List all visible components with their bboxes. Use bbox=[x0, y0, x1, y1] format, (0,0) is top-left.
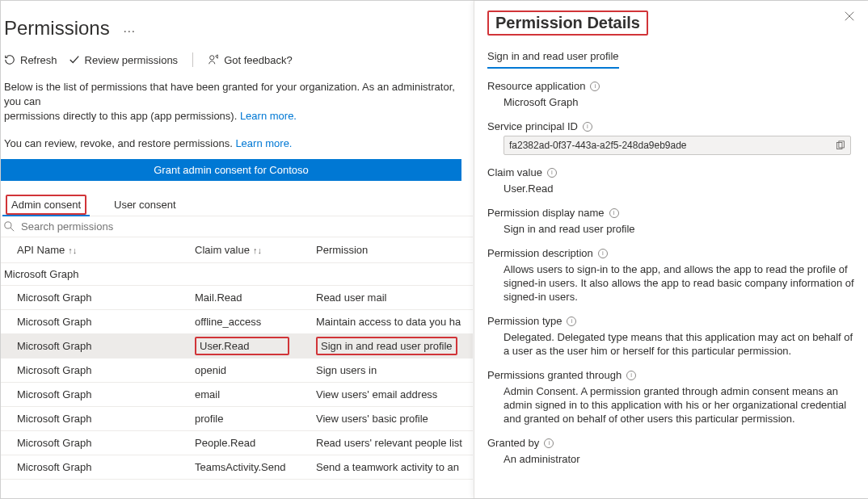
description-label: Permission description bbox=[487, 247, 593, 259]
review-permissions-button[interactable]: Review permissions bbox=[69, 54, 179, 66]
cell-claim-value: profile bbox=[195, 406, 316, 431]
feedback-icon bbox=[208, 54, 219, 65]
resource-app-label: Resource application bbox=[487, 80, 585, 92]
cell-api-name: Microsoft Graph bbox=[1, 285, 195, 310]
display-name-value: Sign in and read user profile bbox=[487, 219, 855, 236]
info-icon[interactable]: i bbox=[583, 122, 592, 132]
cell-permission: Read users' relevant people list bbox=[316, 430, 473, 455]
cell-claim-value: email bbox=[195, 382, 316, 407]
refresh-button[interactable]: Refresh bbox=[4, 54, 57, 66]
panel-title: Permission Details bbox=[487, 10, 648, 36]
feedback-label: Got feedback? bbox=[224, 54, 293, 66]
svg-point-0 bbox=[210, 56, 214, 60]
table-row[interactable]: Microsoft GraphopenidSign users in bbox=[1, 359, 473, 383]
type-label: Permission type bbox=[487, 315, 562, 327]
cell-claim-value: People.Read bbox=[195, 430, 316, 455]
feedback-button[interactable]: Got feedback? bbox=[208, 54, 293, 66]
resource-app-value: Microsoft Graph bbox=[487, 92, 855, 109]
sort-icon: ↑↓ bbox=[253, 245, 262, 255]
cell-claim-value: TeamsActivity.Send bbox=[195, 455, 316, 480]
refresh-icon bbox=[4, 54, 15, 65]
display-name-label: Permission display name bbox=[487, 207, 605, 219]
cell-api-name: Microsoft Graph bbox=[1, 333, 195, 359]
spid-label: Service principal ID bbox=[487, 120, 578, 132]
cell-api-name: Microsoft Graph bbox=[1, 382, 195, 407]
learn-more-link-2[interactable]: Learn more. bbox=[235, 137, 292, 149]
cell-claim-value: openid bbox=[195, 358, 316, 383]
cell-claim-value: Mail.Read bbox=[195, 285, 316, 310]
highlight-admin-consent: Admin consent bbox=[6, 195, 86, 215]
page-title: Permissions bbox=[4, 17, 110, 40]
main-pane: Permissions … Refresh Review permissions bbox=[1, 1, 473, 498]
spid-field[interactable]: fa2382ad-0f37-443a-a2f5-248da9eb9ade bbox=[504, 136, 851, 155]
info-icon[interactable]: i bbox=[626, 371, 636, 380]
cell-permission: View users' email address bbox=[316, 382, 473, 407]
cell-api-name: Microsoft Graph bbox=[1, 430, 195, 455]
cell-claim-value: User.Read bbox=[195, 333, 316, 359]
claim-label: Claim value bbox=[487, 166, 542, 178]
info-icon[interactable]: i bbox=[547, 168, 557, 178]
description-value: Allows users to sign-in to the app, and … bbox=[487, 259, 855, 304]
cell-claim-value: offline_access bbox=[195, 309, 316, 334]
table-header: API Name↑↓ Claim value↑↓ Permission bbox=[1, 237, 473, 263]
sort-icon: ↑↓ bbox=[68, 245, 77, 255]
tab-user-consent[interactable]: User consent bbox=[111, 195, 179, 216]
cell-permission: Maintain access to data you ha bbox=[316, 309, 473, 334]
table-row[interactable]: Microsoft GraphMail.ReadRead user mail bbox=[1, 286, 473, 310]
intro-line1b: permissions directly to this app (app pe… bbox=[4, 110, 240, 122]
table-row[interactable]: Microsoft GraphemailView users' email ad… bbox=[1, 383, 473, 407]
cell-permission: View users' basic profile bbox=[316, 406, 473, 431]
cell-permission: Send a teamwork activity to an bbox=[316, 455, 473, 480]
close-button[interactable] bbox=[844, 10, 855, 22]
cell-api-name: Microsoft Graph bbox=[1, 406, 195, 431]
granted-by-value: An administrator bbox=[487, 449, 855, 466]
info-icon[interactable]: i bbox=[609, 208, 619, 218]
table-row[interactable]: Microsoft GraphUser.ReadSign in and read… bbox=[1, 334, 473, 359]
intro-line2: You can review, revoke, and restore perm… bbox=[4, 137, 235, 149]
table-row[interactable]: Microsoft GraphPeople.ReadRead users' re… bbox=[1, 431, 473, 455]
cell-api-name: Microsoft Graph bbox=[1, 309, 195, 334]
panel-tab[interactable]: Sign in and read user profile bbox=[487, 50, 619, 69]
table-row[interactable]: Microsoft GraphprofileView users' basic … bbox=[1, 407, 473, 431]
copy-icon[interactable] bbox=[835, 140, 845, 151]
info-icon[interactable]: i bbox=[544, 438, 554, 448]
granted-through-value: Admin Consent. A permission granted thro… bbox=[487, 381, 855, 426]
toolbar-separator bbox=[192, 52, 193, 67]
table-row[interactable]: Microsoft Graphoffline_accessMaintain ac… bbox=[1, 310, 473, 334]
consent-tabs: Admin consent User consent bbox=[1, 195, 473, 216]
info-icon[interactable]: i bbox=[567, 317, 576, 326]
intro-text-1: Below is the list of permissions that ha… bbox=[1, 75, 473, 124]
intro-line1a: Below is the list of permissions that ha… bbox=[4, 81, 455, 107]
table-group-header: Microsoft Graph bbox=[1, 263, 473, 286]
claim-value: User.Read bbox=[487, 178, 855, 195]
type-value: Delegated. Delegated type means that thi… bbox=[487, 327, 855, 358]
table-row[interactable]: Microsoft GraphTeamsActivity.SendSend a … bbox=[1, 455, 473, 480]
spid-value: fa2382ad-0f37-443a-a2f5-248da9eb9ade bbox=[509, 140, 687, 151]
learn-more-link-1[interactable]: Learn more. bbox=[240, 110, 297, 122]
search-input[interactable] bbox=[19, 220, 473, 233]
svg-point-1 bbox=[5, 222, 11, 229]
cell-api-name: Microsoft Graph bbox=[1, 455, 195, 480]
review-label: Review permissions bbox=[85, 54, 179, 66]
col-permission[interactable]: Permission bbox=[316, 237, 473, 262]
check-icon bbox=[69, 54, 80, 65]
command-bar: Refresh Review permissions Got feedback? bbox=[1, 46, 473, 75]
granted-by-label: Granted by bbox=[487, 437, 539, 449]
col-api-name[interactable]: API Name↑↓ bbox=[1, 237, 195, 262]
refresh-label: Refresh bbox=[20, 54, 57, 66]
info-icon[interactable]: i bbox=[590, 82, 600, 91]
tab-admin-consent[interactable]: Admin consent bbox=[2, 195, 90, 216]
intro-text-2: You can review, revoke, and restore perm… bbox=[1, 132, 473, 151]
col-claim-value[interactable]: Claim value↑↓ bbox=[195, 237, 316, 262]
cell-permission: Read user mail bbox=[316, 285, 473, 310]
cell-permission: Sign in and read user profile bbox=[316, 333, 473, 359]
cell-api-name: Microsoft Graph bbox=[1, 358, 195, 383]
more-actions-icon[interactable]: … bbox=[123, 21, 137, 36]
granted-through-label: Permissions granted through bbox=[487, 369, 622, 381]
svg-line-2 bbox=[11, 228, 14, 231]
cell-permission: Sign users in bbox=[316, 358, 473, 383]
grant-admin-consent-button[interactable]: Grant admin consent for Contoso bbox=[1, 159, 461, 181]
search-icon bbox=[4, 221, 15, 232]
permission-details-panel: Permission Details Sign in and read user… bbox=[474, 1, 868, 498]
info-icon[interactable]: i bbox=[598, 249, 608, 258]
